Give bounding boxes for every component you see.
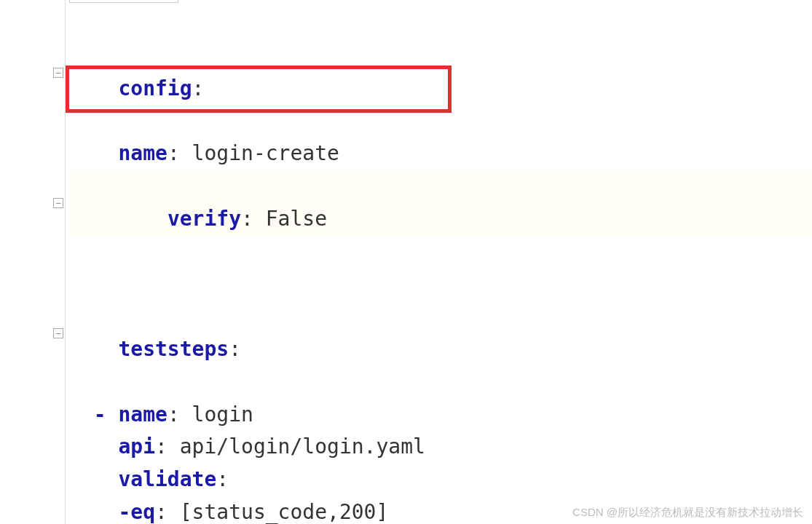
code-editor[interactable]: − config: name: login-create − verify: F…: [0, 0, 812, 524]
folded-region-indicator: [69, 0, 178, 3]
yaml-key: verify: [167, 207, 241, 231]
yaml-value: [status_code,200]: [180, 500, 389, 524]
yaml-key: -eq: [118, 500, 155, 524]
editor-gutter: [0, 0, 66, 524]
code-line[interactable]: validate:: [69, 464, 812, 496]
yaml-key: validate: [118, 467, 216, 491]
yaml-value: login-create: [192, 141, 339, 165]
code-line[interactable]: − teststeps:: [69, 268, 812, 398]
yaml-key: config: [118, 76, 192, 100]
yaml-value: False: [266, 207, 327, 231]
yaml-key: name: [118, 141, 167, 165]
yaml-key: name: [118, 402, 167, 426]
code-line-blank[interactable]: [69, 236, 812, 269]
yaml-key: teststeps: [118, 337, 229, 361]
yaml-key: api: [118, 434, 155, 458]
yaml-value: login: [192, 402, 253, 426]
code-line-highlighted[interactable]: − verify: False: [69, 170, 812, 236]
fold-collapse-icon[interactable]: −: [53, 198, 63, 208]
fold-collapse-icon[interactable]: −: [53, 68, 63, 78]
fold-collapse-icon[interactable]: −: [53, 328, 63, 338]
code-line[interactable]: api: api/login/login.yaml: [69, 431, 812, 464]
code-line[interactable]: name: login-create: [69, 138, 812, 170]
yaml-value: api/login/login.yaml: [180, 434, 425, 458]
code-line[interactable]: - name: login: [69, 399, 812, 432]
yaml-list-dash: -: [94, 402, 106, 426]
code-line[interactable]: − config:: [69, 7, 812, 138]
csdn-watermark: CSDN @所以经济危机就是没有新技术拉动增长: [572, 506, 803, 520]
